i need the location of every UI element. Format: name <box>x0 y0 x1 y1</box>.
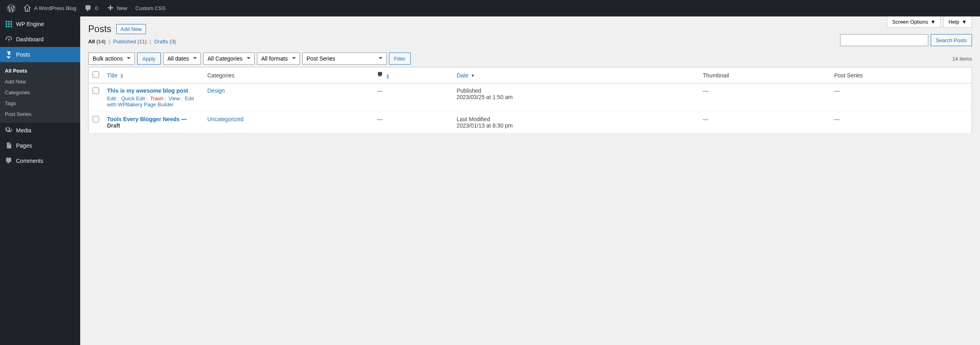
submenu-post-series[interactable]: Post Series <box>0 109 80 120</box>
sidebar-item-dashboard[interactable]: Dashboard <box>0 32 80 47</box>
chevron-down-icon: ▼ <box>962 19 967 25</box>
sidebar-item-label: Comments <box>16 158 43 164</box>
svg-rect-6 <box>6 26 7 27</box>
row-checkbox[interactable] <box>93 87 99 94</box>
select-all-checkbox[interactable] <box>93 71 99 78</box>
sidebar-item-posts[interactable]: Posts <box>0 47 80 62</box>
column-title[interactable]: Title ▲▼ <box>103 67 203 83</box>
sort-icon: ▲▼ <box>120 73 124 79</box>
filter-all[interactable]: All (14) <box>88 39 105 45</box>
svg-rect-5 <box>10 23 12 25</box>
sidebar-item-label: WP Engine <box>16 21 44 27</box>
wpengine-icon <box>5 20 13 28</box>
admin-bar: A WordPress Blog 0 New Custom CSS <box>0 0 980 16</box>
wordpress-icon <box>7 4 15 12</box>
svg-rect-3 <box>6 23 7 25</box>
svg-rect-7 <box>8 26 10 27</box>
admin-sidebar: WP Engine Dashboard Posts All Posts Add … <box>0 16 80 345</box>
plus-icon <box>106 4 114 12</box>
sidebar-item-pages[interactable]: Pages <box>0 138 80 153</box>
format-filter-select[interactable]: All formats <box>257 53 300 65</box>
quick-edit-link[interactable]: Quick Edit <box>121 95 145 101</box>
post-series-value: — <box>834 116 840 122</box>
trash-link[interactable]: Trash <box>150 95 163 101</box>
site-name-menu[interactable]: A WordPress Blog <box>19 0 80 16</box>
filter-drafts[interactable]: Drafts <box>154 39 168 45</box>
svg-rect-0 <box>6 21 7 22</box>
pages-icon <box>5 142 13 150</box>
category-link[interactable]: Uncategorized <box>207 116 243 122</box>
row-checkbox[interactable] <box>93 116 99 122</box>
post-series-filter-select[interactable]: Post Series <box>302 53 387 65</box>
wp-logo-menu[interactable] <box>3 0 19 16</box>
post-title-link[interactable]: Tools Every Blogger Needs <box>107 116 180 122</box>
help-label: Help <box>948 19 959 25</box>
post-title-link[interactable]: This is my awesome blog post <box>107 87 188 94</box>
add-new-button[interactable]: Add New <box>116 24 146 34</box>
edit-link[interactable]: Edit <box>107 95 116 101</box>
sidebar-item-label: Posts <box>16 51 30 58</box>
column-comments[interactable]: ▲▼ <box>373 67 453 83</box>
new-content-menu[interactable]: New <box>102 0 132 16</box>
filter-published[interactable]: Published <box>113 39 136 45</box>
sidebar-item-label: Pages <box>16 142 32 149</box>
date-value: Last Modified2023/01/13 at 8:30 pm <box>453 112 699 133</box>
item-count: 14 items <box>952 56 972 62</box>
submenu-categories[interactable]: Categories <box>0 87 80 98</box>
sort-icon: ▼ <box>471 74 475 77</box>
posts-submenu: All Posts Add New Categories Tags Post S… <box>0 62 80 123</box>
home-icon <box>23 4 31 12</box>
comments-icon <box>5 157 13 165</box>
column-post-series: Post Series <box>830 67 972 83</box>
sidebar-item-wpengine[interactable]: WP Engine <box>0 16 80 32</box>
submenu-all-posts[interactable]: All Posts <box>0 65 80 76</box>
custom-css-label: Custom CSS <box>136 5 166 11</box>
help-button[interactable]: Help ▼ <box>943 16 972 28</box>
comment-icon <box>377 71 383 78</box>
screen-options-button[interactable]: Screen Options ▼ <box>887 16 941 28</box>
table-row: Tools Every Blogger Needs — Draft Uncate… <box>89 112 972 133</box>
page-title: Posts <box>88 24 111 34</box>
comments-value: — <box>377 87 383 94</box>
filter-button[interactable]: Filter <box>389 53 411 65</box>
view-link[interactable]: View <box>168 95 180 101</box>
svg-rect-4 <box>8 23 10 25</box>
pin-icon <box>5 51 13 59</box>
table-row: This is my awesome blog post Edit| Quick… <box>89 83 972 112</box>
svg-rect-8 <box>10 26 12 27</box>
column-date[interactable]: Date ▼ <box>453 67 699 83</box>
post-series-value: — <box>834 87 840 94</box>
date-value: Published2023/03/25 at 1:50 am <box>453 83 699 112</box>
comments-count: 0 <box>95 5 98 11</box>
category-filter-select[interactable]: All Categories <box>203 53 255 65</box>
screen-options-label: Screen Options <box>892 19 928 25</box>
site-name-label: A WordPress Blog <box>34 5 76 11</box>
posts-table: Title ▲▼ Categories ▲▼ Date ▼ Thumbnail … <box>88 67 972 133</box>
search-input[interactable] <box>840 34 928 46</box>
submenu-add-new[interactable]: Add New <box>0 76 80 87</box>
sidebar-item-label: Dashboard <box>16 36 44 43</box>
sidebar-item-media[interactable]: Media <box>0 123 80 138</box>
search-button[interactable]: Search Posts <box>931 34 972 46</box>
svg-rect-1 <box>8 21 10 22</box>
sidebar-item-comments[interactable]: Comments <box>0 153 80 168</box>
comments-value: — <box>377 116 383 122</box>
submenu-tags[interactable]: Tags <box>0 98 80 109</box>
thumbnail-value: — <box>703 87 709 94</box>
svg-rect-2 <box>10 21 12 22</box>
column-categories: Categories <box>203 67 373 83</box>
bulk-actions-select[interactable]: Bulk actions <box>88 53 135 65</box>
main-content: Screen Options ▼ Help ▼ Posts Add New Al… <box>80 16 980 345</box>
custom-css-menu[interactable]: Custom CSS <box>132 0 170 16</box>
thumbnail-value: — <box>703 116 709 122</box>
sort-icon: ▲▼ <box>386 73 390 79</box>
row-actions: Edit| Quick Edit| Trash| View| Edit with… <box>107 94 199 108</box>
dashboard-icon <box>5 35 13 43</box>
chevron-down-icon: ▼ <box>931 19 936 25</box>
comments-menu[interactable]: 0 <box>80 0 102 16</box>
new-label: New <box>117 5 128 11</box>
media-icon <box>5 126 13 134</box>
apply-button[interactable]: Apply <box>137 53 161 65</box>
date-filter-select[interactable]: All dates <box>163 53 201 65</box>
category-link[interactable]: Design <box>207 87 225 94</box>
